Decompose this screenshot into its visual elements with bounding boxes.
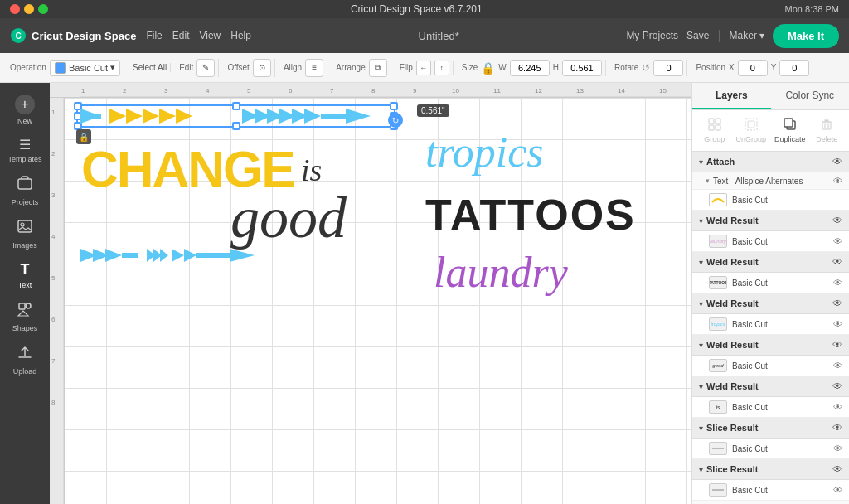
weld4-item-eye-icon[interactable]: 👁 xyxy=(833,361,842,371)
sidebar-item-projects[interactable]: Projects xyxy=(3,170,46,211)
weld5-eye-icon[interactable]: 👁 xyxy=(832,380,842,392)
weld3-section-title: Weld Result xyxy=(706,298,829,308)
sidebar-new-label: New xyxy=(17,117,32,125)
maker-label: Maker xyxy=(730,30,757,41)
arrange-button[interactable]: ⧉ xyxy=(369,59,387,77)
weld2-arrow-icon: ▾ xyxy=(699,258,703,267)
arrange-label: Arrange xyxy=(336,63,366,72)
slice2-section-header[interactable]: ▾ Slice Result 👁 xyxy=(692,459,849,480)
sidebar-item-templates[interactable]: ☰ Templates xyxy=(3,132,46,168)
height-input[interactable] xyxy=(562,60,602,76)
x-input[interactable] xyxy=(738,60,768,76)
maximize-button[interactable] xyxy=(38,4,48,14)
slice2-item-eye-icon[interactable]: 👁 xyxy=(833,485,842,495)
menu-edit[interactable]: Edit xyxy=(172,30,190,41)
sidebar-item-new[interactable]: + New xyxy=(3,90,46,130)
slice2-thumb xyxy=(709,483,727,497)
weld2-section-header[interactable]: ▾ Weld Result 👁 xyxy=(692,252,849,273)
attach-section-header[interactable]: ▾ Attach 👁 xyxy=(692,152,849,172)
weld5-section-title: Weld Result xyxy=(706,381,829,391)
rotate-input[interactable] xyxy=(653,60,683,76)
upload-icon xyxy=(17,344,33,365)
operation-value: Basic Cut xyxy=(69,63,108,73)
slice1-section-header[interactable]: ▾ Slice Result 👁 xyxy=(692,418,849,439)
svg-text:4: 4 xyxy=(51,233,56,240)
menu-help[interactable]: Help xyxy=(230,30,251,41)
offset-label: Offset xyxy=(227,63,250,72)
sidebar-item-text[interactable]: T Text xyxy=(3,256,46,294)
attach-arrow-icon: ▾ xyxy=(699,158,703,167)
minimize-button[interactable] xyxy=(24,4,34,14)
canvas-area[interactable]: 1 2 3 4 5 6 7 8 9 10 11 12 13 14 15 xyxy=(50,83,691,504)
rotate-icon: ↺ xyxy=(642,62,650,74)
weld1-eye-icon[interactable]: 👁 xyxy=(832,215,842,226)
save-button[interactable]: Save xyxy=(686,30,709,41)
group-button[interactable]: Group xyxy=(699,115,730,146)
ungroup-button[interactable]: UnGroup xyxy=(733,115,769,146)
weld2-eye-icon[interactable]: 👁 xyxy=(832,256,842,268)
flip-h-button[interactable]: ↔ xyxy=(416,61,431,75)
tattoos-text: TATTOOS xyxy=(425,193,636,236)
sidebar-item-upload[interactable]: Upload xyxy=(3,339,46,380)
delete-button[interactable]: Delete xyxy=(812,115,842,146)
svg-text:8: 8 xyxy=(371,87,376,94)
tab-color-sync[interactable]: Color Sync xyxy=(771,83,850,109)
my-projects-button[interactable]: My Projects xyxy=(626,30,678,41)
ungroup-label: UnGroup xyxy=(735,135,766,143)
duplicate-button[interactable]: Duplicate xyxy=(772,115,808,146)
slice1-item-eye-icon[interactable]: 👁 xyxy=(833,443,842,453)
arrows-bottom-svg xyxy=(76,245,275,266)
weld4-layer-name: Basic Cut xyxy=(732,361,828,371)
horizontal-ruler: 1 2 3 4 5 6 7 8 9 10 11 12 13 14 15 xyxy=(50,83,691,98)
flip-group: Flip ↔ ↕ xyxy=(396,61,454,75)
y-input[interactable] xyxy=(779,60,809,76)
weld4-item: good Basic Cut 👁 xyxy=(692,356,849,376)
svg-marker-55 xyxy=(172,249,184,262)
projects-icon xyxy=(17,175,33,196)
weld4-section-header[interactable]: ▾ Weld Result 👁 xyxy=(692,335,849,356)
arrows-svg xyxy=(76,104,400,128)
align-button[interactable]: ≡ xyxy=(305,59,323,77)
document-title: Untitled* xyxy=(261,30,616,42)
offset-button[interactable]: ⊙ xyxy=(253,59,271,77)
width-input[interactable] xyxy=(510,60,550,76)
svg-text:9: 9 xyxy=(413,87,417,94)
lock-proportions-icon[interactable]: 🔒 xyxy=(481,61,495,75)
allspice-eye-icon[interactable]: 👁 xyxy=(833,176,842,186)
edit-button[interactable]: ✎ xyxy=(196,59,215,77)
weld1-section-header[interactable]: ▾ Weld Result 👁 xyxy=(692,211,849,231)
attach-eye-icon[interactable]: 👁 xyxy=(832,156,842,167)
menu-file[interactable]: File xyxy=(146,30,162,41)
weld3-section-header[interactable]: ▾ Weld Result 👁 xyxy=(692,293,849,314)
app-logo: C Cricut Design Space xyxy=(10,27,136,44)
svg-marker-7 xyxy=(18,311,28,316)
maker-button[interactable]: Maker ▾ xyxy=(730,30,764,41)
allspice-arrow-icon: ▾ xyxy=(706,177,710,185)
weld1-item-eye-icon[interactable]: 👁 xyxy=(833,236,842,246)
operation-select[interactable]: Basic Cut ▾ xyxy=(50,60,120,76)
slice1-eye-icon[interactable]: 👁 xyxy=(832,422,842,434)
weld2-item-eye-icon[interactable]: 👁 xyxy=(833,278,842,288)
weld5-item-eye-icon[interactable]: 👁 xyxy=(833,402,842,412)
select-all-button[interactable]: Select All xyxy=(133,63,167,72)
make-it-button[interactable]: Make It xyxy=(773,24,839,48)
weld2-layer-name: Basic Cut xyxy=(732,279,828,288)
edit-label: Edit xyxy=(179,63,193,72)
weld3-layer-name: Basic Cut xyxy=(732,320,828,329)
close-button[interactable] xyxy=(10,4,20,14)
weld4-eye-icon[interactable]: 👁 xyxy=(832,339,842,351)
flip-v-button[interactable]: ↕ xyxy=(434,61,449,75)
svg-text:6: 6 xyxy=(51,316,56,323)
right-panel: Layers Color Sync Group UnGroup Dupli xyxy=(691,83,849,504)
svg-text:1: 1 xyxy=(81,87,85,94)
slice2-eye-icon[interactable]: 👁 xyxy=(832,463,842,475)
sidebar-item-images[interactable]: Images xyxy=(3,213,46,254)
weld3-eye-icon[interactable]: 👁 xyxy=(832,298,842,309)
weld5-section-header[interactable]: ▾ Weld Result 👁 xyxy=(692,376,849,397)
operation-color-swatch xyxy=(55,62,66,74)
sidebar-item-shapes[interactable]: Shapes xyxy=(3,296,46,337)
svg-text:12: 12 xyxy=(535,87,542,94)
menu-view[interactable]: View xyxy=(199,30,221,41)
weld3-item-eye-icon[interactable]: 👁 xyxy=(833,319,842,329)
tab-layers[interactable]: Layers xyxy=(692,83,771,109)
